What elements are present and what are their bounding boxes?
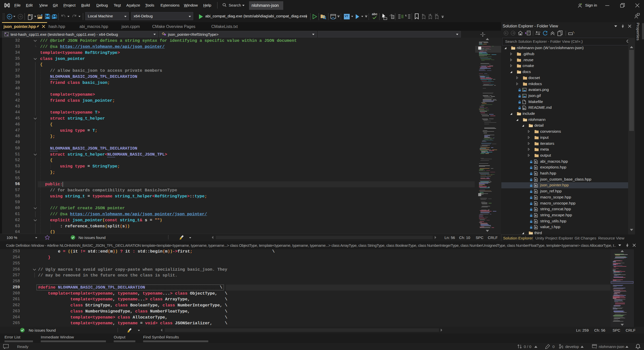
svg-text:h: h	[535, 190, 537, 193]
svg-text:h: h	[535, 220, 537, 223]
svg-text:h: h	[535, 179, 537, 181]
svg-text:h: h	[535, 166, 537, 169]
svg-text:h: h	[535, 184, 537, 187]
svg-text:h: h	[535, 172, 537, 175]
svg-text:h: h	[535, 202, 537, 205]
svg-text:h: h	[535, 226, 537, 229]
svg-text:h: h	[535, 161, 537, 163]
svg-text:h: h	[535, 196, 537, 199]
svg-text:M↓: M↓	[523, 107, 526, 110]
svg-text:h: h	[535, 208, 537, 211]
svg-text:h: h	[535, 214, 537, 217]
